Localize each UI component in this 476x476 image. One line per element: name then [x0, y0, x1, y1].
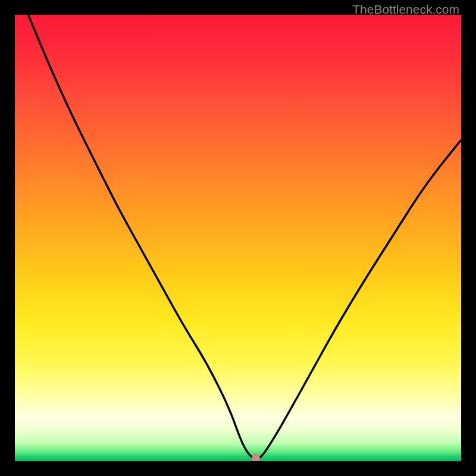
watermark-text: TheBottleneck.com: [352, 2, 459, 17]
chart-container: TheBottleneck.com: [0, 0, 476, 476]
chart-svg: [15, 15, 461, 461]
plot-area: [15, 15, 461, 461]
optimal-point-marker: [252, 453, 260, 461]
bottleneck-curve: [29, 15, 462, 459]
